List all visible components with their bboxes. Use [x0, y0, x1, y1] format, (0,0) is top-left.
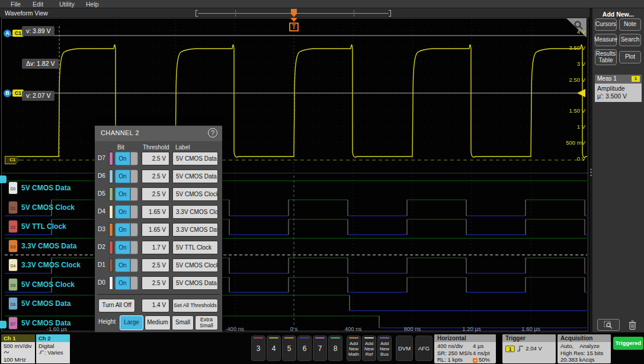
- bit-on-toggle[interactable]: [130, 152, 138, 165]
- nav-trigger-position-marker[interactable]: [291, 9, 297, 14]
- add-plot-button[interactable]: Plot: [619, 51, 641, 63]
- set-all-thresholds-button[interactable]: Set All Thresholds: [172, 299, 218, 312]
- bit-on-toggle[interactable]: [130, 241, 138, 254]
- bit-on-toggle[interactable]: [130, 205, 138, 219]
- bit-label-field[interactable]: 5V CMOS Data: [172, 276, 218, 290]
- bit-threshold-field[interactable]: 2.5 V: [142, 152, 169, 165]
- bit-threshold-field[interactable]: 1.7 V: [142, 241, 169, 254]
- bit-label-field[interactable]: 5V TTL Clock: [172, 241, 218, 254]
- d2-badge[interactable]: D2: [8, 220, 18, 233]
- digital-group-tab[interactable]: [0, 321, 7, 328]
- cursor-a-badge[interactable]: A: [4, 30, 11, 37]
- bit-label-field[interactable]: 3.3V CMOS Data: [172, 223, 218, 237]
- turn-all-off-button[interactable]: Turn All Off: [98, 299, 135, 312]
- bit-on-toggle[interactable]: [130, 187, 138, 201]
- bit-on-toggle[interactable]: [130, 258, 138, 272]
- d5-badge[interactable]: D5: [8, 278, 18, 291]
- bit-threshold-field[interactable]: 2.5 V: [142, 276, 169, 290]
- bit-threshold-field[interactable]: 2.5 V: [142, 258, 169, 272]
- d6-badge[interactable]: D6: [8, 297, 18, 310]
- add-new-bus-button[interactable]: Add New Bus: [377, 336, 392, 361]
- add-measure-button[interactable]: Measure: [595, 34, 617, 46]
- bit-threshold-field[interactable]: 1.65 V: [142, 223, 169, 237]
- bit-on-button[interactable]: On: [115, 187, 130, 201]
- height-option-large[interactable]: Large: [120, 315, 143, 330]
- bit-on-button[interactable]: On: [115, 223, 130, 237]
- d0-badge[interactable]: D0: [8, 181, 18, 194]
- meas1-badge-card[interactable]: Meas 1 1 Amplitude µ': 3.500 V: [595, 75, 642, 102]
- trigger-level-arrow[interactable]: [577, 89, 585, 97]
- add-new-title: Add New...: [592, 11, 644, 18]
- d1-badge[interactable]: D1: [8, 201, 18, 214]
- add-cursors-button[interactable]: Cursors: [595, 18, 617, 31]
- digital-group-tab[interactable]: [0, 175, 7, 183]
- d4-trace: [5, 258, 587, 273]
- dvm-button[interactable]: DVM: [396, 336, 413, 361]
- bit-on-toggle[interactable]: [130, 170, 138, 183]
- bit-on-button[interactable]: On: [115, 205, 130, 219]
- menu-utility[interactable]: Utility: [59, 1, 75, 8]
- dialog-header[interactable]: CHANNEL 2 ?: [95, 126, 222, 141]
- bit-on-button[interactable]: On: [115, 258, 130, 272]
- cursor-b-badge[interactable]: B: [4, 90, 11, 97]
- d3-badge[interactable]: D3: [8, 240, 18, 253]
- ch3-button[interactable]: 3: [251, 336, 265, 361]
- divider-handle[interactable]: •••: [590, 168, 592, 177]
- height-option-small[interactable]: Small: [172, 315, 194, 330]
- d6-label: 5V CMOS Data: [21, 299, 71, 308]
- record-view-left-bracket[interactable]: [196, 10, 198, 17]
- add-new-ref-button[interactable]: Add New Ref: [362, 336, 376, 361]
- bit-threshold-field[interactable]: 2.5 V: [142, 187, 169, 201]
- menu-edit[interactable]: Edit: [33, 1, 43, 8]
- ch1-badge[interactable]: Ch 1 500 mV/div 100 MHz: [1, 334, 35, 363]
- acquisition-panel[interactable]: Acquisition Auto,Analyze High Res: 15 bi…: [558, 334, 611, 363]
- height-option-medium[interactable]: Medium: [145, 315, 171, 330]
- bit-threshold-field[interactable]: 1.65 V: [142, 205, 169, 219]
- help-icon[interactable]: ?: [208, 128, 217, 138]
- add-note-button[interactable]: Note: [619, 18, 641, 31]
- ch4-button[interactable]: 4: [267, 336, 281, 361]
- bit-threshold-field[interactable]: 2.5 V: [142, 170, 169, 183]
- settings-bar: Ch 1 500 mV/div 100 MHz Ch 2 Digital : V…: [0, 332, 644, 364]
- cursor-b-readout[interactable]: v: 2.07 V: [22, 91, 55, 101]
- bit-on-toggle[interactable]: [130, 223, 138, 237]
- horizontal-panel[interactable]: Horizontal 400 ns/div4 µs SR: 250 MS/s4 …: [434, 334, 496, 363]
- zoom-tool-button[interactable]: [597, 319, 620, 331]
- menu-file[interactable]: File: [11, 1, 21, 8]
- trigger-panel[interactable]: Trigger 1 2.04 V: [502, 334, 556, 363]
- acquisition-analyze: Analyze: [579, 343, 600, 350]
- ch5-button[interactable]: 5: [282, 336, 296, 361]
- v-axis-label: 0 V: [555, 155, 585, 162]
- trash-button[interactable]: [624, 319, 640, 331]
- bit-label-field[interactable]: 3.3V CMOS Clock: [172, 205, 218, 219]
- record-view-right-bracket[interactable]: [389, 10, 391, 17]
- v-axis-label: 2.50 V: [555, 76, 585, 83]
- ch2-badge[interactable]: Ch 2 Digital : Varies: [36, 334, 70, 363]
- d7-badge[interactable]: D7: [8, 317, 18, 330]
- bit-on-button[interactable]: On: [115, 170, 130, 183]
- height-option-extra-small[interactable]: Extra Small: [195, 315, 218, 330]
- bit-on-button[interactable]: On: [115, 152, 130, 165]
- all-threshold-field[interactable]: 1.4 V: [142, 299, 169, 312]
- d1-label: 5V CMOS Clock: [21, 203, 75, 212]
- add-results-table-button[interactable]: Results Table: [595, 49, 617, 65]
- cursor-delta-readout[interactable]: Δv: 1.82 V: [22, 59, 59, 69]
- ch6-button[interactable]: 6: [297, 336, 312, 361]
- bit-label-field[interactable]: 5V CMOS Data: [172, 170, 218, 183]
- bit-label-field[interactable]: 5V CMOS Clock: [172, 187, 218, 201]
- bit-on-button[interactable]: On: [115, 276, 130, 290]
- d4-badge[interactable]: D4: [8, 258, 18, 272]
- bit-label-field[interactable]: 5V CMOS Clock: [172, 258, 218, 272]
- cursor-a-readout[interactable]: v: 3.89 V: [22, 26, 55, 36]
- bit-label-field[interactable]: 5V CMOS Data: [172, 152, 218, 165]
- ch7-button[interactable]: 7: [313, 336, 327, 361]
- results-bar: Add New... Cursors Note Measure Search R…: [592, 8, 644, 332]
- add-new-math-button[interactable]: Add New Math: [347, 336, 361, 361]
- trigger-position-flag[interactable]: T: [289, 23, 299, 31]
- ch8-button[interactable]: 8: [328, 336, 342, 361]
- add-search-button[interactable]: Search: [619, 34, 641, 46]
- bit-on-toggle[interactable]: [130, 276, 138, 290]
- menu-help[interactable]: Help: [86, 1, 99, 8]
- afg-button[interactable]: AFG: [415, 336, 432, 361]
- bit-on-button[interactable]: On: [115, 241, 130, 254]
